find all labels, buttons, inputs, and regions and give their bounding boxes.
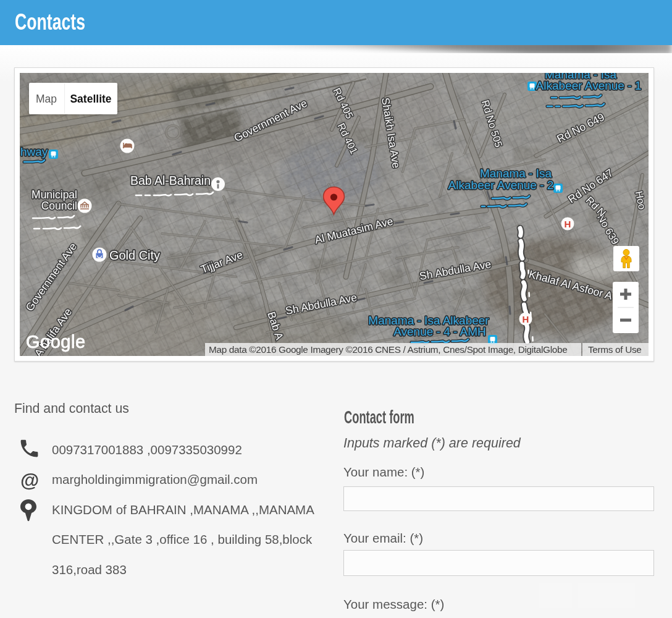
svg-text:Terms of Use: Terms of Use (588, 344, 641, 355)
svg-text:hway: hway (20, 145, 48, 158)
svg-text:Map data ©2016 Google Imagery: Map data ©2016 Google Imagery ©2016 CNES… (209, 344, 567, 355)
svg-text:Council: Council (41, 200, 77, 212)
svg-text:H: H (565, 219, 571, 229)
svg-text:H: H (523, 314, 529, 324)
svg-text:Satellite: Satellite (70, 93, 111, 105)
svg-text:Municipal: Municipal (32, 188, 77, 201)
svg-text:Map: Map (36, 93, 57, 105)
svg-text:Gold City: Gold City (109, 248, 160, 262)
svg-text:Bab Al-Bahrain: Bab Al-Bahrain (130, 174, 211, 187)
svg-text:Manama - Isa: Manama - Isa (480, 167, 552, 180)
svg-text:Google: Google (26, 332, 86, 352)
svg-text:Alkabeer Avenue - 2: Alkabeer Avenue - 2 (448, 179, 554, 192)
svg-text:Avenue - 4 - AMH: Avenue - 4 - AMH (393, 325, 486, 338)
svg-text:Alkabeer Avenue - 1: Alkabeer Avenue - 1 (536, 79, 642, 92)
